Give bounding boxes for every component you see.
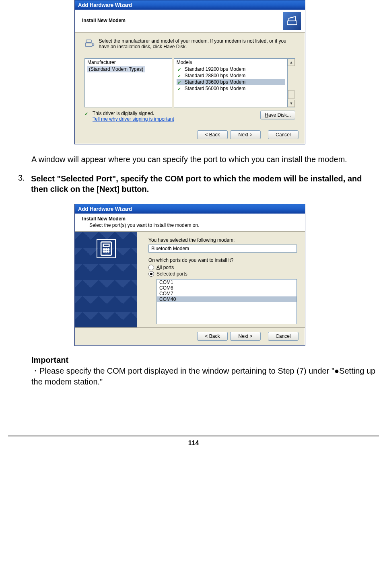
wizard-titlebar[interactable]: Add Hardware Wizard <box>75 0 305 10</box>
wizard-instruction: Select the manufacturer and model of you… <box>99 38 295 49</box>
model-item[interactable]: ✔Standard 28800 bps Modem <box>177 72 285 79</box>
back-button[interactable]: < Back <box>197 332 228 341</box>
model-item-selected[interactable]: ✔Standard 33600 bps Modem <box>177 79 285 85</box>
have-disk-button[interactable]: HHave Disk...ave Disk... <box>260 111 295 119</box>
banner-subtitle: Select the port(s) you want to install t… <box>89 222 301 228</box>
banner-title: Install New Modem <box>82 216 301 222</box>
page-number: 114 <box>188 440 199 446</box>
model-label: Standard 28800 bps Modem <box>185 73 245 78</box>
wizard-select-modem: Add Hardware Wizard Install New Modem Se… <box>74 0 305 144</box>
models-scrollbar[interactable]: ▲ ▼ <box>288 58 295 107</box>
wizard-select-port: Add Hardware Wizard Install New Modem Se… <box>74 204 305 346</box>
check-icon: ✔ <box>177 86 183 90</box>
check-icon: ✔ <box>177 80 183 84</box>
svg-point-6 <box>103 249 105 250</box>
radio-icon-selected <box>148 271 154 277</box>
model-label: Standard 19200 bps Modem <box>185 66 245 72</box>
back-button[interactable]: < Back <box>197 130 228 139</box>
scroll-down-icon[interactable]: ▼ <box>288 100 295 107</box>
svg-point-8 <box>108 249 109 250</box>
wizard-banner: Install New Modem Select the port(s) you… <box>75 214 305 232</box>
wizard-side-art <box>75 232 137 327</box>
port-item-selected[interactable]: COM40 <box>157 296 296 302</box>
radio-icon <box>148 265 154 270</box>
check-icon: ✔ <box>177 74 183 78</box>
port-list[interactable]: COM1 COM6 COM7 COM40 <box>156 279 297 324</box>
cancel-button[interactable]: Cancel <box>268 332 298 341</box>
page-footer: 114 <box>8 436 379 450</box>
svg-point-7 <box>105 249 107 250</box>
modem-banner-icon <box>283 12 301 30</box>
svg-point-3 <box>92 44 94 45</box>
models-list[interactable]: Models ✔Standard 19200 bps Modem ✔Standa… <box>174 58 288 107</box>
radio-all-ports[interactable]: All ports All ports <box>148 265 297 270</box>
manufacturer-list[interactable]: Manufacturer (Standard Modem Types) <box>84 58 172 107</box>
next-button[interactable]: Next > <box>230 130 261 139</box>
port-item[interactable]: COM7 <box>157 291 296 296</box>
step-3: 3. Select "Selected Port", specify the C… <box>18 173 379 194</box>
selected-modem-field: Bluetooth Modem <box>148 245 297 253</box>
model-item[interactable]: ✔Standard 19200 bps Modem <box>177 66 285 72</box>
wizard-titlebar[interactable]: Add Hardware Wizard <box>75 204 305 214</box>
next-button[interactable]: Next > <box>230 332 261 341</box>
step-number: 3. <box>18 173 27 194</box>
important-body: ・Please specify the COM port displayed i… <box>31 366 379 387</box>
models-header: Models <box>174 59 287 66</box>
svg-rect-5 <box>103 244 109 247</box>
model-label: Standard 33600 bps Modem <box>185 79 245 85</box>
scroll-thumb[interactable] <box>288 90 294 99</box>
svg-point-10 <box>105 251 107 252</box>
cancel-button[interactable]: Cancel <box>268 130 298 139</box>
svg-point-9 <box>103 251 105 252</box>
banner-title: Install New Modem <box>82 18 283 23</box>
manufacturer-header: Manufacturer <box>85 59 172 66</box>
svg-point-11 <box>108 251 109 252</box>
signed-text: This driver is digitally signed. <box>93 111 174 116</box>
wizard-banner: Install New Modem <box>75 10 305 33</box>
doc-paragraph: A window will appear where you can speci… <box>31 154 371 164</box>
svg-rect-1 <box>85 43 92 47</box>
driver-signing-link[interactable]: Tell me why driver signing is important <box>93 116 174 122</box>
svg-rect-2 <box>86 40 91 42</box>
svg-rect-0 <box>287 21 297 25</box>
selected-modem-label: You have selected the following modem: <box>148 237 297 243</box>
manufacturer-item[interactable]: (Standard Modem Types) <box>87 66 145 72</box>
step-text: Select "Selected Port", specify the COM … <box>31 173 379 194</box>
signed-check-icon: ✔ <box>84 111 90 115</box>
model-item[interactable]: ✔Standard 56000 bps Modem <box>177 85 285 92</box>
model-label: Standard 56000 bps Modem <box>185 86 245 91</box>
check-icon: ✔ <box>177 67 183 71</box>
scroll-up-icon[interactable]: ▲ <box>288 59 295 66</box>
important-label: Important <box>31 356 379 365</box>
port-item[interactable]: COM6 <box>157 285 296 291</box>
modem-icon <box>84 37 95 51</box>
port-item[interactable]: COM1 <box>157 280 296 285</box>
ports-question: On which ports do you want to install it… <box>148 257 297 263</box>
important-note: Important ・Please specify the COM port d… <box>31 356 379 387</box>
phone-icon <box>97 239 116 258</box>
radio-selected-ports[interactable]: Selected ports Selected ports <box>148 271 297 277</box>
